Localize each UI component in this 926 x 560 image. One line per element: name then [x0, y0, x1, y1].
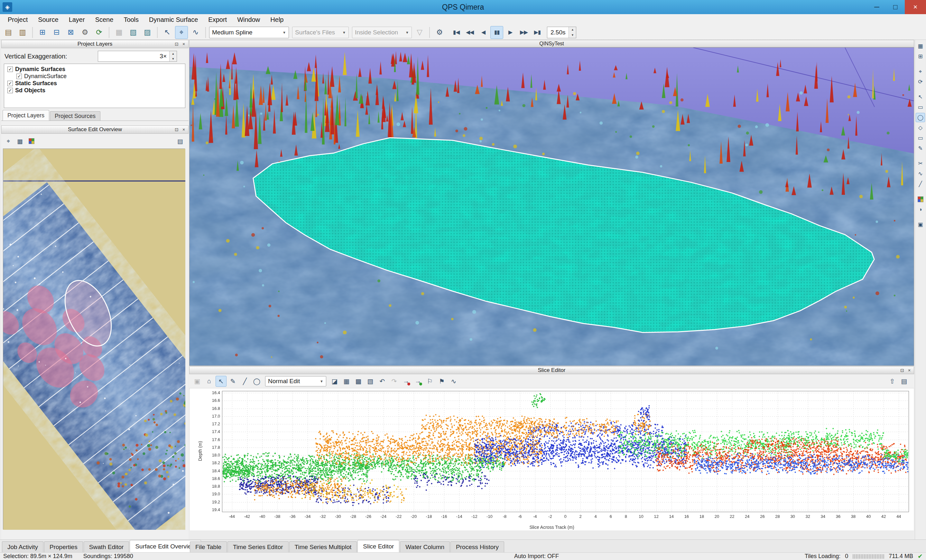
- skip-start-button[interactable]: ▮◀: [450, 26, 463, 39]
- close-panel-icon[interactable]: ×: [906, 367, 912, 374]
- pick-sounding-icon[interactable]: ⌖: [175, 26, 188, 39]
- locate-icon[interactable]: ⌖: [916, 67, 925, 76]
- polygon-select-icon[interactable]: ◇: [916, 123, 925, 133]
- replay-settings-icon[interactable]: ⚙: [433, 26, 446, 39]
- new-dynamic-surface-icon[interactable]: ▧: [127, 26, 140, 39]
- layer-checkbox[interactable]: ✓: [8, 88, 13, 93]
- float-panel-icon[interactable]: ⊡: [899, 367, 905, 374]
- lasso-select-icon[interactable]: ◯: [916, 113, 925, 122]
- plot-settings-icon[interactable]: ▤: [899, 376, 909, 387]
- layer-tree-row[interactable]: ✓DynamicSurface: [4, 72, 185, 80]
- menu-export[interactable]: Export: [203, 14, 232, 25]
- menu-tools[interactable]: Tools: [118, 14, 144, 25]
- vertical-exaggeration-input[interactable]: 3× ▲ ▼: [98, 51, 177, 62]
- tab-process-history[interactable]: Process History: [451, 541, 504, 552]
- layer-tree-row[interactable]: ✓Dynamic Surfaces: [4, 66, 185, 72]
- goto-next-reject-icon[interactable]: →: [413, 376, 424, 387]
- float-panel-icon[interactable]: ⊡: [173, 41, 180, 47]
- reject-block-icon[interactable]: ▦: [341, 376, 352, 387]
- close-panel-icon[interactable]: ×: [180, 41, 187, 47]
- files-scope-combo[interactable]: Surface's Files ▼: [292, 27, 349, 38]
- profile-tool-icon[interactable]: ∿: [916, 169, 925, 178]
- fence-edit-icon[interactable]: ∿: [448, 376, 459, 387]
- measure-tool-icon[interactable]: ╱: [916, 180, 925, 189]
- tab-project-sources[interactable]: Project Sources: [50, 111, 100, 121]
- pause-button[interactable]: ▮▮: [490, 26, 503, 39]
- layer-tree-row[interactable]: ✓Static Surfaces: [4, 80, 185, 87]
- next-flag-icon[interactable]: ⚑: [436, 376, 447, 387]
- grid-view-icon[interactable]: ▦: [916, 41, 925, 51]
- step-back-button[interactable]: ◀: [477, 26, 490, 39]
- flag-block-icon[interactable]: ▧: [365, 376, 376, 387]
- add-processed-points-icon[interactable]: ⊟: [50, 26, 63, 39]
- close-button[interactable]: ×: [905, 0, 926, 14]
- grid-cells-icon[interactable]: ▦: [15, 136, 25, 146]
- fast-rewind-button[interactable]: ◀◀: [463, 26, 476, 39]
- rect-select-icon[interactable]: ▭: [916, 103, 925, 112]
- menu-window[interactable]: Window: [232, 14, 265, 25]
- tab-slice-editor[interactable]: Slice Editor: [357, 540, 399, 552]
- prev-flag-icon[interactable]: ⚐: [424, 376, 435, 387]
- annotation-icon[interactable]: ▤: [175, 136, 185, 146]
- skip-end-button[interactable]: ▶▮: [531, 26, 544, 39]
- slice-plot[interactable]: Slice Across Track (m) Depth (m) -44-42-…: [190, 388, 914, 530]
- zoom-icon[interactable]: ◯: [251, 376, 262, 387]
- splitter-view-icon[interactable]: ⊞: [916, 52, 925, 61]
- close-panel-icon[interactable]: ×: [180, 126, 187, 133]
- tab-job-activity[interactable]: Job Activity: [2, 541, 44, 552]
- scene-3d[interactable]: [189, 47, 914, 366]
- interval-spinner[interactable]: 2.50s ▲ ▼: [547, 27, 576, 38]
- play-button[interactable]: ▶: [504, 26, 517, 39]
- add-sd-objects-icon[interactable]: ⊠: [64, 26, 77, 39]
- redo-icon[interactable]: ↷: [389, 376, 399, 387]
- layer-checkbox[interactable]: ✓: [8, 66, 13, 72]
- zoom-extent-icon[interactable]: ⌖: [3, 136, 14, 146]
- menu-source[interactable]: Source: [33, 14, 64, 25]
- layer-checkbox[interactable]: ✓: [17, 74, 22, 79]
- spline-filter-icon[interactable]: ∿: [189, 26, 202, 39]
- tab-file-table[interactable]: File Table: [190, 541, 227, 552]
- menu-scene[interactable]: Scene: [90, 14, 119, 25]
- add-edit-icon[interactable]: ✎: [227, 376, 238, 387]
- tab-time-series-multiplot[interactable]: Time Series Multiplot: [289, 541, 357, 552]
- reprocess-icon[interactable]: ⟳: [93, 26, 106, 39]
- layer-tree-row[interactable]: ✓Sd Objects: [4, 87, 185, 94]
- tab-swath-editor[interactable]: Swath Editor: [84, 541, 129, 552]
- tab-project-layers[interactable]: Project Layers: [3, 110, 49, 121]
- add-raw-sonar-icon[interactable]: ⊞: [36, 26, 49, 39]
- menu-help[interactable]: Help: [265, 14, 289, 25]
- pointer-icon[interactable]: ↖: [216, 376, 227, 387]
- menu-layer[interactable]: Layer: [64, 14, 90, 25]
- tab-water-column[interactable]: Water Column: [400, 541, 450, 552]
- export-plot-icon[interactable]: ⇧: [887, 376, 898, 387]
- select-soundings-icon[interactable]: ↖: [161, 26, 174, 39]
- undo-icon[interactable]: ↶: [377, 376, 388, 387]
- maximize-button[interactable]: □: [886, 0, 905, 14]
- export-surface-icon[interactable]: ▨: [141, 26, 154, 39]
- accept-block-icon[interactable]: ▩: [353, 376, 364, 387]
- filter-icon[interactable]: ▽: [413, 26, 426, 39]
- tab-properties[interactable]: Properties: [44, 541, 83, 552]
- slice-scatter-canvas[interactable]: [190, 388, 914, 530]
- spin-up-button[interactable]: ▲: [569, 27, 576, 32]
- eraser-icon[interactable]: ◪: [329, 376, 340, 387]
- colormap-icon[interactable]: [916, 195, 925, 204]
- menu-project[interactable]: Project: [3, 14, 33, 25]
- processing-settings-icon[interactable]: ⚙: [79, 26, 91, 39]
- layer-checkbox[interactable]: ✓: [8, 81, 13, 86]
- pointer-icon[interactable]: ↖: [916, 92, 925, 101]
- shading-icon[interactable]: ◑: [916, 205, 925, 214]
- imagery-icon[interactable]: [26, 136, 37, 146]
- home-view-icon[interactable]: ⌂: [204, 376, 215, 387]
- spline-mode-combo[interactable]: Medium Spline ▼: [209, 27, 289, 38]
- new-static-surface-icon[interactable]: ▦: [113, 26, 126, 39]
- scene-3d-icon[interactable]: ▣: [916, 220, 925, 229]
- slice-tool-icon[interactable]: ✂: [916, 159, 925, 168]
- polygon-edit-icon[interactable]: ✎: [916, 144, 925, 153]
- spin-down-button[interactable]: ▼: [169, 56, 177, 61]
- reset-view-icon[interactable]: ⟳: [916, 77, 925, 86]
- edit-mode-combo[interactable]: Normal Edit ▼: [265, 376, 326, 386]
- spin-up-button[interactable]: ▲: [169, 51, 177, 56]
- menu-dynamic-surface[interactable]: Dynamic Surface: [144, 14, 203, 25]
- fast-forward-button[interactable]: ▶▶: [517, 26, 530, 39]
